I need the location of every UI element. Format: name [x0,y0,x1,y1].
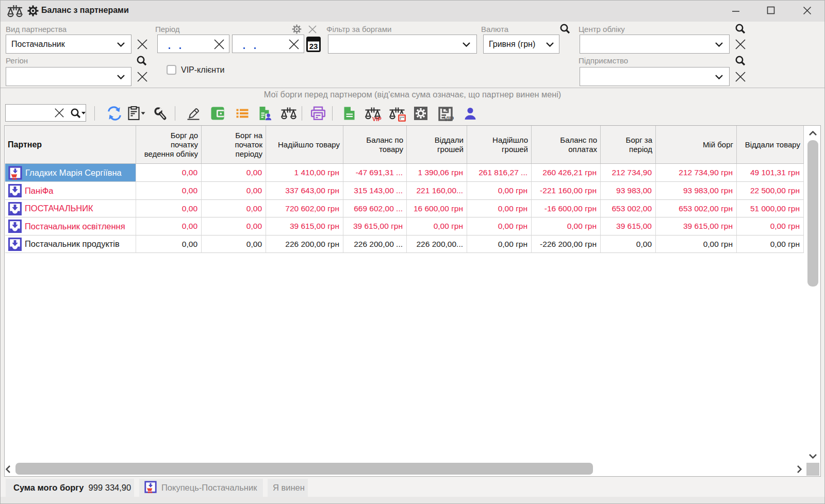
svg-text:23: 23 [309,42,318,51]
svg-text:VIP: VIP [444,115,454,122]
svg-text:VIP: VIP [372,116,382,122]
